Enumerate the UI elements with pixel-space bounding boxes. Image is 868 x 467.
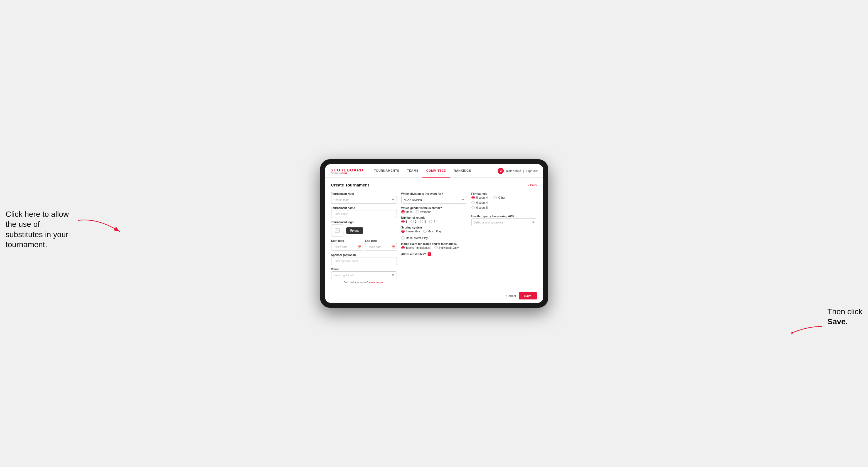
rounds-2-radio[interactable]: [410, 220, 414, 223]
form-col-left: Tournament Host Search team Tournament n…: [331, 192, 397, 284]
annotation-left: Click here to allow the use of substitut…: [6, 209, 78, 250]
nav-rankings[interactable]: RANKINGS: [450, 164, 475, 178]
scoring-stroke-radio[interactable]: [401, 229, 405, 233]
annotation-right-line1: Then click: [827, 307, 862, 316]
tournament-host-select[interactable]: Search team: [331, 196, 397, 204]
division-select[interactable]: NCAA Division I NCAA Division II NCAA Di…: [401, 196, 467, 204]
start-date-field: Start date 📅: [331, 239, 363, 251]
gender-label: Which gender is the event for?: [401, 207, 467, 210]
form-layout: Tournament Host Search team Tournament n…: [331, 192, 537, 284]
event-teams-label: Teams (+Individuals): [406, 246, 431, 249]
tablet-screen: SCOREBOARD Powered by clippd TOURNAMENTS…: [325, 164, 543, 303]
allow-substitutes-field: Allow substitutes? ✓: [401, 252, 467, 256]
format-6count4-label: 6 count 4: [476, 201, 488, 204]
rounds-2-label: 2: [415, 220, 416, 223]
form-col-middle: Which division is the event for? NCAA Di…: [401, 192, 467, 284]
tablet-frame: SCOREBOARD Powered by clippd TOURNAMENTS…: [320, 159, 548, 308]
sponsor-input[interactable]: [331, 257, 397, 265]
venue-email-support-link[interactable]: email support: [369, 281, 384, 284]
rounds-3-radio[interactable]: [420, 220, 423, 223]
format-other-radio[interactable]: [493, 196, 497, 199]
start-date-label: Start date: [331, 239, 363, 242]
scoring-api-label: Use third-party live scoring API?: [471, 215, 537, 218]
gender-womens-radio[interactable]: [416, 210, 419, 214]
back-link[interactable]: ‹ Back: [528, 183, 537, 187]
event-teams-radio[interactable]: [401, 246, 405, 249]
format-6count4-radio[interactable]: [471, 201, 475, 204]
nav-committee[interactable]: COMMITTEE: [423, 164, 450, 178]
venue-field: Venue Search golf club Can't find your v…: [331, 268, 397, 284]
rounds-1-radio[interactable]: [401, 220, 405, 223]
rounds-4-radio[interactable]: [429, 220, 432, 223]
tournament-name-input[interactable]: [331, 210, 397, 218]
scoring-match-option[interactable]: Match Play: [423, 229, 441, 233]
rounds-4-option[interactable]: 4: [429, 220, 435, 223]
rounds-2-option[interactable]: 2: [410, 220, 416, 223]
rounds-1-label: 1: [406, 220, 407, 223]
gender-mens-option[interactable]: Mens: [401, 210, 412, 214]
format-5count4-radio[interactable]: [471, 196, 475, 199]
start-date-calendar-icon: 📅: [358, 246, 361, 249]
venue-label: Venue: [331, 268, 397, 271]
sign-out-link[interactable]: Sign out: [526, 169, 537, 173]
venue-select[interactable]: Search golf club: [331, 271, 397, 279]
allow-substitutes-label: Allow substitutes?: [401, 253, 426, 256]
format-type-field: Format type 5 count 4 Other: [471, 192, 537, 209]
scoring-match-radio[interactable]: [423, 229, 427, 233]
event-individuals-label: Individuals Only: [439, 246, 459, 249]
rounds-4-label: 4: [434, 220, 435, 223]
main-nav: TOURNAMENTS TEAMS COMMITTEE RANKINGS: [370, 164, 498, 178]
scoring-system-radio-group: Stroke Play Match Play Medal Match Play: [401, 229, 467, 240]
venue-help-text: Can't find your venue?: [343, 281, 368, 284]
scoring-medal-radio[interactable]: [401, 236, 405, 240]
rounds-field: Number of rounds 1 2: [401, 216, 467, 223]
main-content: Create Tournament ‹ Back Tournament Host…: [325, 178, 543, 289]
pipe: |: [523, 169, 524, 173]
format-other-label: Other: [498, 196, 505, 199]
nav-teams[interactable]: TEAMS: [403, 164, 423, 178]
venue-help: Can't find your venue? email support: [331, 281, 397, 284]
cancel-button[interactable]: Cancel: [506, 294, 516, 298]
format-6count5-option[interactable]: 6 count 5: [471, 206, 537, 209]
rounds-1-option[interactable]: 1: [401, 220, 407, 223]
format-other-option[interactable]: Other: [493, 196, 505, 199]
event-teams-option[interactable]: Teams (+Individuals): [401, 246, 431, 249]
scoring-api-select[interactable]: Select a scoring service: [471, 218, 537, 226]
tournament-host-label: Tournament Host: [331, 192, 397, 195]
scoring-stroke-label: Stroke Play: [406, 230, 420, 233]
scoring-stroke-option[interactable]: Stroke Play: [401, 229, 420, 233]
tournament-host-field: Tournament Host Search team: [331, 192, 397, 204]
nav-tournaments[interactable]: TOURNAMENTS: [370, 164, 403, 178]
logo-score-red: SCORE: [331, 167, 347, 172]
format-5count4-option[interactable]: 5 count 4: [471, 196, 488, 199]
format-6count5-radio[interactable]: [471, 206, 475, 209]
logo-board-black: BOARD: [347, 167, 364, 172]
gender-field: Which gender is the event for? Mens Wome…: [401, 207, 467, 214]
arrow-left: [75, 215, 125, 237]
svg-rect-2: [335, 228, 340, 232]
gender-mens-label: Mens: [406, 210, 412, 214]
gender-mens-radio[interactable]: [401, 210, 405, 214]
format-row-1: 5 count 4 Other: [471, 196, 537, 199]
tournament-logo-field: Tournament logo Upload: [331, 221, 397, 237]
event-individuals-option[interactable]: Individuals Only: [434, 246, 459, 249]
sponsor-label: Sponsor (optional): [331, 253, 397, 257]
annotation-right: Then click Save.: [827, 307, 862, 327]
user-name: blair admin: [506, 169, 521, 173]
scoring-medal-option[interactable]: Medal Match Play: [401, 236, 428, 240]
annotation-right-line2: Save.: [827, 317, 848, 326]
logo-placeholder-icon: [331, 224, 343, 237]
sponsor-field: Sponsor (optional): [331, 253, 397, 265]
venue-select-wrap: Search golf club: [331, 271, 397, 279]
powered-by-text: Powered by: [331, 172, 341, 174]
format-6count4-option[interactable]: 6 count 4: [471, 201, 537, 204]
event-individuals-radio[interactable]: [434, 246, 438, 249]
upload-button[interactable]: Upload: [346, 227, 364, 234]
rounds-3-option[interactable]: 3: [420, 220, 426, 223]
save-button[interactable]: Save: [519, 292, 537, 300]
tournament-name-label: Tournament name: [331, 207, 397, 210]
scoring-api-field: Use third-party live scoring API? Select…: [471, 215, 537, 226]
gender-womens-option[interactable]: Womens: [416, 210, 431, 214]
scoring-medal-label: Medal Match Play: [406, 237, 428, 240]
allow-substitutes-checkbox[interactable]: ✓: [428, 252, 431, 256]
